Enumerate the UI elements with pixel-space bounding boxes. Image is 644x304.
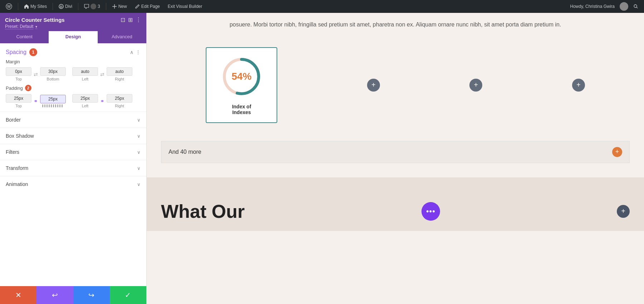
panel-title-icons: ⊡ ⊞ ⋮ xyxy=(121,16,141,23)
save-button[interactable]: ✓ xyxy=(110,286,146,304)
panel-title-row: Circle Counter Settings ⊡ ⊞ ⋮ xyxy=(5,16,141,23)
page-content: posuere. Morbi tortor nibh, fringilla se… xyxy=(147,13,644,304)
panel-columns-icon[interactable]: ⊞ xyxy=(128,16,133,23)
padding-link-icon[interactable]: ⚭ xyxy=(34,98,38,104)
padding-top-input[interactable] xyxy=(6,94,31,103)
circle-wrapper: 54% xyxy=(220,55,263,98)
purple-dots-button[interactable]: ••• xyxy=(421,202,440,221)
bottom-heading: What Our xyxy=(161,201,245,222)
more-bar-text: And 40 more xyxy=(169,149,201,155)
tab-design[interactable]: Design xyxy=(49,31,97,43)
topbar-edit-page-label: Edit Page xyxy=(141,4,160,9)
redo-button[interactable]: ↪ xyxy=(73,286,110,304)
spacing-options-icon[interactable]: ⋮ xyxy=(136,49,141,55)
topbar-edit-page[interactable]: Edit Page xyxy=(132,0,163,13)
more-bar-add-button[interactable]: + xyxy=(612,147,622,157)
topbar-new-button[interactable]: New xyxy=(109,0,130,13)
padding-left-input[interactable] xyxy=(72,94,98,103)
filters-title: Filters xyxy=(6,149,19,155)
topbar-my-sites[interactable]: My Sites xyxy=(21,0,50,13)
padding-right-label: Right xyxy=(115,104,124,108)
margin-label: Margin xyxy=(6,59,141,64)
margin-top-group: Top xyxy=(6,67,31,81)
search-icon xyxy=(633,4,638,9)
topbar-divi[interactable]: D Divi xyxy=(56,0,75,13)
counter-row: 54% Index ofIndexes + + + xyxy=(161,40,630,130)
padding-right-input[interactable] xyxy=(107,94,132,103)
topbar-separator-4 xyxy=(106,3,106,10)
margin-right-label: Right xyxy=(115,77,124,81)
margin-left-group: Left xyxy=(72,67,98,81)
animation-section[interactable]: Animation ∨ xyxy=(0,176,146,192)
margin-link-top-bottom[interactable]: ⇄ xyxy=(34,72,38,77)
topbar-my-sites-label: My Sites xyxy=(30,4,47,9)
spacing-section-header[interactable]: Spacing 1 ∧ ⋮ xyxy=(0,43,146,59)
panel-resize-icon[interactable]: ⊡ xyxy=(121,16,125,23)
padding-bottom-label xyxy=(42,104,64,107)
tab-content[interactable]: Content xyxy=(0,31,49,43)
settings-panel: Circle Counter Settings ⊡ ⊞ ⋮ Preset: De… xyxy=(0,13,147,304)
spacing-badge: 1 xyxy=(29,48,37,56)
topbar-right: Howdy, Christina Gwira xyxy=(567,0,641,13)
topbar-separator-3 xyxy=(78,3,78,10)
padding-bottom-input[interactable] xyxy=(40,95,66,103)
animation-title: Animation xyxy=(6,181,28,187)
circle-counter-card: 54% Index ofIndexes xyxy=(206,47,277,123)
dots-icon: ••• xyxy=(426,207,435,216)
add-column-btn-1[interactable]: + xyxy=(367,79,380,92)
panel-preset[interactable]: Preset: Default ▾ xyxy=(5,24,141,29)
padding-group: Padding 2 Top ⚭ Left xyxy=(0,85,146,112)
padding-link-right[interactable]: ⚭ xyxy=(100,98,104,104)
transform-section[interactable]: Transform ∨ xyxy=(0,160,146,176)
comment-icon xyxy=(84,4,89,9)
topbar-exit-vb[interactable]: Exit Visual Builder xyxy=(165,0,205,13)
margin-bottom-input[interactable] xyxy=(40,67,66,76)
panel-bottom-bar: ✕ ↩ ↪ ✓ xyxy=(0,286,146,304)
margin-left-input[interactable] xyxy=(72,67,98,76)
margin-right-input[interactable] xyxy=(107,67,132,76)
transform-chevron: ∨ xyxy=(137,166,141,171)
plus-icon xyxy=(112,4,117,9)
svg-point-4 xyxy=(634,5,637,8)
padding-bottom-group xyxy=(40,95,66,107)
topbar-separator-2 xyxy=(53,3,53,10)
page-paragraph: posuere. Morbi tortor nibh, fringilla se… xyxy=(161,20,630,29)
spacing-controls: ∧ ⋮ xyxy=(130,49,141,55)
main-layout: Circle Counter Settings ⊡ ⊞ ⋮ Preset: De… xyxy=(0,13,644,304)
topbar-comments[interactable]: 3 xyxy=(81,0,103,13)
padding-top-group: Top xyxy=(6,94,31,108)
border-chevron: ∨ xyxy=(137,117,141,123)
cancel-button[interactable]: ✕ xyxy=(0,286,36,304)
spacing-collapse-icon[interactable]: ∧ xyxy=(130,49,133,55)
topbar-search[interactable] xyxy=(630,0,641,13)
panel-preset-chevron: ▾ xyxy=(35,25,37,29)
padding-badge: 2 xyxy=(25,85,31,91)
topbar-exit-vb-label: Exit Visual Builder xyxy=(168,4,203,9)
border-section[interactable]: Border ∨ xyxy=(0,112,146,128)
box-shadow-section[interactable]: Box Shadow ∨ xyxy=(0,128,146,144)
topbar-separator-1 xyxy=(18,3,18,10)
border-title: Border xyxy=(6,117,21,123)
margin-group: Margin Top ⇄ Bottom Left xyxy=(0,59,146,85)
margin-link-left-right[interactable]: ⇄ xyxy=(100,72,104,77)
spacing-title-row: Spacing 1 xyxy=(6,48,37,56)
margin-left-label: Left xyxy=(82,77,88,81)
tab-advanced[interactable]: Advanced xyxy=(98,31,146,43)
divi-icon: D xyxy=(59,4,64,9)
panel-title: Circle Counter Settings xyxy=(5,17,65,23)
margin-right-group: Right xyxy=(107,67,132,81)
bottom-add-button[interactable]: + xyxy=(617,205,630,218)
panel-more-icon[interactable]: ⋮ xyxy=(136,16,141,23)
undo-button[interactable]: ↩ xyxy=(36,286,73,304)
comment-count-badge xyxy=(91,4,96,9)
padding-right-group: Right xyxy=(107,94,132,108)
panel-tabs: Content Design Advanced xyxy=(0,31,146,43)
wp-icon[interactable]: W xyxy=(3,0,15,13)
panel-body: Spacing 1 ∧ ⋮ Margin Top ⇄ xyxy=(0,43,146,286)
filters-section[interactable]: Filters ∨ xyxy=(0,144,146,160)
add-column-btn-3[interactable]: + xyxy=(572,79,585,92)
wordpress-icon: W xyxy=(6,3,12,10)
padding-fields-row: Top ⚭ Left ⚭ Right xyxy=(6,94,141,108)
margin-top-input[interactable] xyxy=(6,67,31,76)
add-column-btn-2[interactable]: + xyxy=(469,79,482,92)
